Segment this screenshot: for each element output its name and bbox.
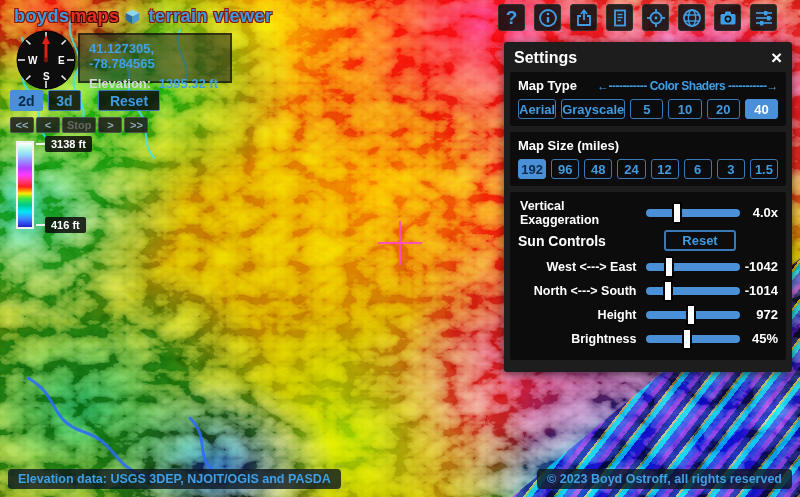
mode-2d-button[interactable]: 2d: [10, 90, 43, 111]
info-icon: [538, 8, 558, 28]
playback-step-forward-button[interactable]: >: [98, 117, 122, 133]
sun-reset-button[interactable]: Reset: [664, 230, 736, 251]
compass[interactable]: W E S: [16, 30, 76, 90]
brightness-value: 45%: [740, 331, 778, 346]
info-button[interactable]: [534, 4, 561, 31]
locate-button[interactable]: [642, 4, 669, 31]
map-type-shader-10-button[interactable]: 10: [668, 99, 701, 119]
west-east-label: West <---> East: [518, 260, 646, 274]
vertical-exaggeration-slider[interactable]: [646, 209, 740, 217]
slider-thumb[interactable]: [672, 202, 682, 224]
compass-east: E: [58, 55, 65, 66]
coordinates-value: 41.127305, -78.784565: [89, 41, 221, 71]
view-reset-button[interactable]: Reset: [98, 90, 160, 111]
playback-rewind-button[interactable]: <<: [10, 117, 34, 133]
elevation-data-attribution: Elevation data: USGS 3DEP, NJOIT/OGIS an…: [8, 469, 341, 489]
vertical-exaggeration-value: 4.0x: [740, 205, 778, 220]
terrain-viewer-app: boydsmaps terrain viewer W E S 41.127305…: [0, 0, 800, 497]
view-mode-controls: 2d 3d Reset: [10, 90, 160, 111]
playback-fast-forward-button[interactable]: >>: [124, 117, 148, 133]
map-type-shader-20-button[interactable]: 20: [707, 99, 740, 119]
map-crosshair: [399, 221, 401, 265]
map-type-grayscale-button[interactable]: Grayscale: [561, 99, 625, 119]
color-shaders-label: ←----------- Color Shaders -----------→: [597, 79, 778, 93]
map-type-aerial-button[interactable]: Aerial: [518, 99, 556, 119]
sliders-section: Vertical Exaggeration 4.0x Sun Controls …: [510, 192, 786, 360]
slider-thumb[interactable]: [686, 304, 696, 326]
map-size-192-button[interactable]: 192: [518, 159, 546, 179]
help-icon: ?: [506, 8, 518, 27]
slider-thumb[interactable]: [682, 328, 692, 350]
sliders-icon: [754, 8, 774, 28]
document-button[interactable]: [606, 4, 633, 31]
map-size-48-button[interactable]: 48: [584, 159, 612, 179]
camera-icon: [718, 8, 738, 28]
map-size-section: Map Size (miles) 192 96 48 24 12 6 3 1.5: [510, 132, 786, 186]
playback-step-back-button[interactable]: <: [36, 117, 60, 133]
slider-thumb[interactable]: [664, 256, 674, 278]
vertical-exaggeration-label: Vertical Exaggeration: [518, 199, 646, 227]
elevation-label: Elevation:: [89, 76, 151, 91]
map-size-96-button[interactable]: 96: [551, 159, 579, 179]
help-button[interactable]: ?: [498, 4, 525, 31]
locate-icon: [646, 8, 666, 28]
map-type-label: Map Type: [518, 78, 577, 93]
north-south-value: -1014: [740, 283, 778, 298]
scale-tick-bottom: [36, 224, 45, 226]
close-icon[interactable]: ×: [771, 48, 782, 67]
settings-header: Settings ×: [504, 42, 792, 72]
brightness-slider[interactable]: [646, 335, 740, 343]
coordinates-panel: 41.127305, -78.784565 Elevation: 1395.32…: [78, 33, 232, 83]
map-size-1-5-button[interactable]: 1.5: [750, 159, 778, 179]
north-south-label: North <---> South: [518, 284, 646, 298]
scale-tick-top: [36, 143, 45, 145]
sun-controls-label: Sun Controls: [518, 233, 606, 249]
map-size-12-button[interactable]: 12: [651, 159, 679, 179]
elevation-value: 1395.32 ft: [159, 76, 218, 91]
app-title: terrain viewer: [149, 6, 273, 27]
scale-max-label: 3138 ft: [45, 136, 92, 152]
map-type-section: Map Type ←----------- Color Shaders ----…: [510, 72, 786, 126]
app-logo: boydsmaps terrain viewer: [14, 6, 273, 27]
camera-button[interactable]: [714, 4, 741, 31]
map-size-24-button[interactable]: 24: [617, 159, 645, 179]
compass-south: S: [43, 71, 50, 82]
brand-primary: boyds: [14, 6, 70, 27]
north-south-slider[interactable]: [646, 287, 740, 295]
sun-height-slider[interactable]: [646, 311, 740, 319]
copyright-attribution: © 2023 Boyd Ostroff, all rights reserved: [537, 469, 792, 489]
compass-west: W: [28, 55, 38, 66]
settings-toggle-button[interactable]: [750, 4, 777, 31]
settings-title: Settings: [514, 49, 577, 67]
sun-height-label: Height: [518, 308, 646, 322]
west-east-value: -1042: [740, 259, 778, 274]
scale-min-label: 416 ft: [45, 217, 86, 233]
settings-panel: Settings × Map Type ←----------- Color S…: [504, 42, 792, 372]
share-button[interactable]: [570, 4, 597, 31]
globe-button[interactable]: [678, 4, 705, 31]
map-size-3-button[interactable]: 3: [717, 159, 745, 179]
map-size-6-button[interactable]: 6: [684, 159, 712, 179]
map-type-shader-40-button[interactable]: 40: [745, 99, 778, 119]
map-size-label: Map Size (miles): [518, 138, 619, 153]
mode-3d-button[interactable]: 3d: [48, 90, 81, 111]
brand-secondary: maps: [71, 6, 120, 27]
map-type-shader-5-button[interactable]: 5: [630, 99, 663, 119]
top-toolbar: ?: [498, 4, 777, 31]
slider-thumb[interactable]: [663, 280, 673, 302]
share-icon: [574, 8, 594, 28]
playback-stop-button[interactable]: Stop: [62, 117, 96, 133]
cube-icon: [124, 8, 141, 25]
globe-icon: [682, 8, 702, 28]
elevation-gradient-bar: [16, 141, 34, 229]
brightness-label: Brightness: [518, 332, 646, 346]
west-east-slider[interactable]: [646, 263, 740, 271]
document-icon: [610, 8, 630, 28]
playback-controls: << < Stop > >>: [10, 117, 148, 133]
sun-height-value: 972: [740, 307, 778, 322]
